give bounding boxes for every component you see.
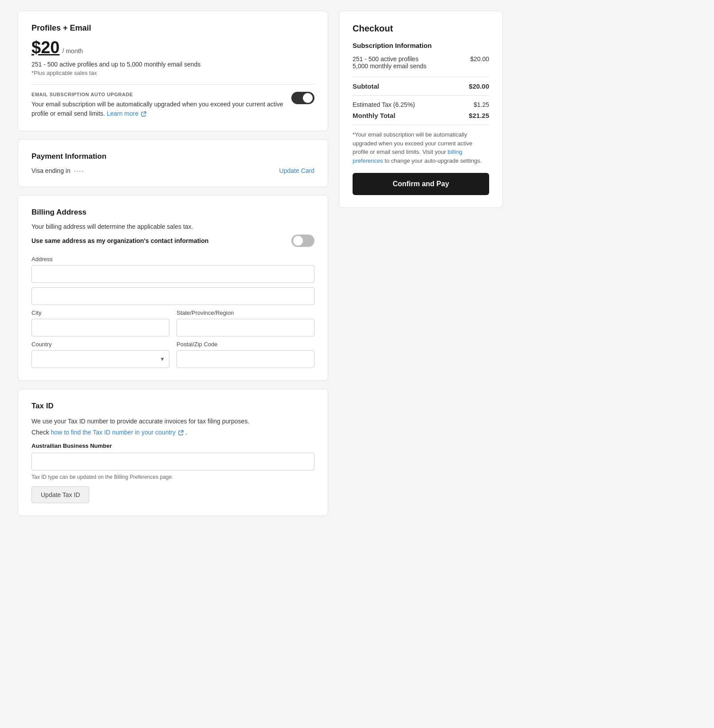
external-link-icon [141, 111, 146, 117]
tax-note: Tax ID type can be updated on the Billin… [31, 474, 314, 480]
auto-upgrade-text: Your email subscription will be automati… [31, 101, 283, 117]
toggle-thumb [303, 93, 313, 103]
city-input[interactable] [31, 319, 169, 337]
subtotal-row: Subtotal $20.00 [353, 82, 489, 90]
auto-upgrade-toggle[interactable] [291, 92, 314, 104]
auto-upgrade-label: EMAIL SUBSCRIPTION AUTO UPGRADE [31, 92, 284, 97]
checkout-divider-2 [353, 95, 489, 96]
billing-address-title: Billing Address [31, 208, 314, 217]
state-field-wrapper: State/Province/Region [177, 309, 314, 337]
auto-upgrade-section: EMAIL SUBSCRIPTION AUTO UPGRADE Your ema… [31, 92, 314, 118]
profile-description: 251 - 500 active profiles and up to 5,00… [31, 61, 314, 68]
checkout-col: Checkout Subscription Information 251 - … [339, 11, 503, 208]
profiles-card-title: Profiles + Email [31, 23, 314, 33]
tax-id-input[interactable] [31, 453, 314, 470]
tax-id-card: Tax ID We use your Tax ID number to prov… [18, 389, 328, 516]
state-label: State/Province/Region [177, 309, 314, 316]
same-address-label: Use same address as my organization's co… [31, 237, 208, 244]
address-label: Address [31, 256, 314, 262]
billing-address-card: Billing Address Your billing address wil… [18, 195, 328, 381]
checkout-title: Checkout [353, 23, 489, 34]
same-address-toggle-thumb [293, 236, 303, 246]
payment-row: Visa ending in ···· Update Card [31, 167, 314, 174]
tax-field-label: Austrailian Business Number [31, 442, 314, 449]
profiles-line: 251 - 500 active profiles 5,000 monthly … [353, 55, 427, 70]
monthly-total-value: $21.25 [469, 112, 489, 119]
subtotal-label: Subtotal [353, 82, 379, 90]
address-fields: Address City State/Province/Region [31, 256, 314, 368]
address-input-2[interactable] [31, 287, 314, 305]
update-card-link[interactable]: Update Card [279, 167, 314, 174]
checkout-divider-3 [353, 125, 489, 125]
same-address-toggle[interactable] [291, 235, 314, 247]
sales-tax-note: *Plus applicable sales tax [31, 70, 314, 76]
tax-id-desc: We use your Tax ID number to provide acc… [31, 417, 314, 426]
checkout-divider-1 [353, 77, 489, 77]
monthly-total-row: Monthly Total $21.25 [353, 112, 489, 119]
monthly-total-label: Monthly Total [353, 112, 395, 119]
same-address-row: Use same address as my organization's co… [31, 235, 314, 247]
subscription-info-block: 251 - 500 active profiles 5,000 monthly … [353, 55, 489, 70]
tax-id-title: Tax ID [31, 402, 314, 411]
address-input-1[interactable] [31, 265, 314, 283]
billing-desc: Your billing address will determine the … [31, 223, 314, 230]
postal-label: Postal/Zip Code [177, 341, 314, 348]
country-postal-row: Country ▼ Postal/Zip Code [31, 341, 314, 368]
divider [31, 84, 314, 85]
price-period: / month [62, 47, 83, 55]
city-state-row: City State/Province/Region [31, 309, 314, 337]
address-field-wrapper: Address [31, 256, 314, 305]
price-amount: $20 [31, 38, 59, 57]
tax-row: Estimated Tax (6.25%) $1.25 [353, 101, 489, 108]
subscription-info-title: Subscription Information [353, 42, 489, 49]
profiles-row: 251 - 500 active profiles 5,000 monthly … [353, 55, 489, 70]
payment-section-title: Payment Information [31, 152, 314, 161]
visa-dots: ···· [74, 167, 85, 174]
checkout-card: Checkout Subscription Information 251 - … [339, 11, 503, 208]
tax-external-link-icon [178, 430, 184, 435]
postal-input[interactable] [177, 350, 314, 368]
payment-info-card: Payment Information Visa ending in ···· … [18, 139, 328, 187]
state-input[interactable] [177, 319, 314, 337]
country-field-wrapper: Country ▼ [31, 341, 169, 368]
checkout-note: *Your email subscription will be automat… [353, 130, 489, 165]
update-tax-button[interactable]: Update Tax ID [31, 486, 89, 503]
tax-id-check: Check how to find the Tax ID number in y… [31, 428, 314, 437]
confirm-pay-button[interactable]: Confirm and Pay [353, 173, 489, 195]
city-field-wrapper: City [31, 309, 169, 337]
city-label: City [31, 309, 169, 316]
subtotal-value: $20.00 [469, 82, 489, 90]
profiles-price: $20.00 [470, 55, 489, 70]
tax-label: Estimated Tax (6.25%) [353, 101, 415, 108]
auto-upgrade-desc: Your email subscription will be automati… [31, 100, 284, 118]
postal-field-wrapper: Postal/Zip Code [177, 341, 314, 368]
country-select-wrapper: ▼ [31, 350, 169, 368]
country-select[interactable] [31, 350, 169, 368]
country-label: Country [31, 341, 169, 348]
visa-label: Visa ending in ···· [31, 167, 84, 174]
tax-value: $1.25 [474, 101, 489, 108]
tax-id-link[interactable]: how to find the Tax ID number in your co… [51, 429, 176, 436]
profiles-email-card: Profiles + Email $20 / month 251 - 500 a… [18, 11, 328, 131]
learn-more-link[interactable]: Learn more [107, 110, 139, 117]
